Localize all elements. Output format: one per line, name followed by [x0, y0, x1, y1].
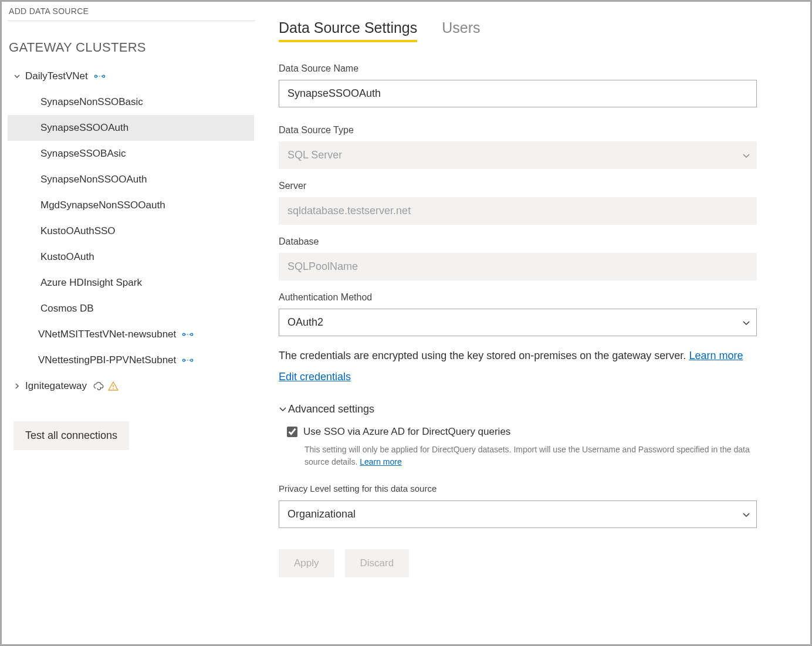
data-source-settings-panel: Data Source SettingsUsers Data Source Na…	[254, 2, 810, 644]
data-source-item[interactable]: Cosmos DB	[8, 296, 254, 322]
chevron-down-icon[interactable]	[743, 509, 750, 520]
data-source-label: SynapseSSOBAsic	[40, 148, 126, 160]
data-source-label: MgdSynapseNonSSOOauth	[40, 199, 165, 211]
database-input: SQLPoolName	[279, 253, 757, 280]
gateway-cluster-label: DailyTestVNet	[25, 70, 88, 82]
svg-point-3	[183, 333, 185, 336]
gateway-cluster-label: Ignitegateway	[25, 380, 87, 392]
chevron-down-icon	[279, 403, 287, 415]
data-source-label: SynapseSSOOAuth	[40, 122, 128, 134]
advanced-settings-toggle[interactable]: Advanced settings	[279, 403, 757, 415]
test-all-connections-button[interactable]: Test all connections	[13, 421, 129, 450]
sso-note-text: This setting will only be applied for Di…	[304, 444, 755, 468]
add-data-source-link[interactable]: ADD DATA SOURCE	[8, 5, 255, 21]
edit-credentials-link[interactable]: Edit credentials	[279, 371, 351, 383]
server-label: Server	[279, 181, 757, 191]
tab-users[interactable]: Users	[442, 19, 480, 42]
svg-point-0	[94, 75, 97, 77]
chevron-down-icon	[743, 150, 750, 161]
data-source-label: KustoOAuthSSO	[40, 225, 116, 237]
data-source-type-label: Data Source Type	[279, 125, 757, 136]
chevron-down-icon[interactable]	[11, 73, 23, 79]
data-source-item[interactable]: SynapseNonSSOOAuth	[8, 167, 254, 192]
server-input: sqldatabase.testserver.net	[279, 197, 757, 225]
gateway-sidebar: ADD DATA SOURCE GATEWAY CLUSTERS DailyTe…	[2, 2, 254, 644]
data-source-item[interactable]: MgdSynapseNonSSOOauth	[8, 192, 254, 218]
data-source-item[interactable]: SynapseNonSSOBasic	[8, 89, 254, 115]
svg-point-10	[113, 388, 114, 390]
data-source-name-input[interactable]	[279, 80, 757, 107]
svg-point-7	[191, 359, 193, 361]
chevron-down-icon[interactable]	[743, 317, 750, 328]
apply-button[interactable]: Apply	[279, 549, 334, 577]
data-source-label: Cosmos DB	[40, 303, 94, 314]
credentials-learn-more-link[interactable]: Learn more	[689, 350, 743, 361]
data-source-name-label: Data Source Name	[279, 63, 757, 74]
gateway-cluster-label: VNettestingPBI-PPVNetSubnet	[38, 354, 176, 366]
data-source-label: SynapseNonSSOBasic	[40, 96, 143, 108]
gateway-cluster-item[interactable]: VNettestingPBI-PPVNetSubnet	[8, 347, 254, 373]
network-icon	[94, 72, 106, 80]
sso-azuread-checkbox-row[interactable]: Use SSO via Azure AD for DirectQuery que…	[287, 426, 757, 438]
gateway-cluster-item[interactable]: DailyTestVNet	[8, 63, 254, 89]
tab-data-source-settings[interactable]: Data Source Settings	[279, 19, 417, 42]
auth-method-label: Authentication Method	[279, 292, 757, 303]
database-label: Database	[279, 236, 757, 247]
auth-method-select[interactable]: OAuth2	[279, 309, 757, 336]
warning-icon	[108, 381, 119, 391]
svg-point-6	[183, 359, 185, 361]
svg-point-1	[103, 75, 105, 77]
data-source-label: KustoOAuth	[40, 251, 94, 263]
sso-azuread-checkbox[interactable]	[287, 427, 297, 437]
sso-learn-more-link[interactable]: Learn more	[360, 457, 402, 466]
gateway-cluster-item[interactable]: Ignitegateway	[8, 373, 254, 399]
data-source-label: SynapseNonSSOOAuth	[40, 174, 147, 185]
data-source-item[interactable]: KustoOAuth	[8, 244, 254, 270]
privacy-level-select[interactable]: Organizational	[279, 500, 757, 528]
gateway-cluster-label: VNetMSITTestVNet-newsubnet	[38, 329, 176, 340]
svg-point-4	[191, 333, 193, 336]
data-source-item[interactable]: SynapseSSOBAsic	[8, 141, 254, 167]
network-icon	[182, 330, 194, 339]
discard-button[interactable]: Discard	[345, 549, 410, 577]
chevron-right-icon[interactable]	[11, 383, 23, 389]
data-source-label: Azure HDInsight Spark	[40, 277, 142, 289]
network-icon	[182, 356, 194, 364]
sso-azuread-label: Use SSO via Azure AD for DirectQuery que…	[303, 426, 510, 438]
gateway-cluster-item[interactable]: VNetMSITTestVNet-newsubnet	[8, 322, 254, 347]
data-source-item[interactable]: KustoOAuthSSO	[8, 218, 254, 244]
data-source-item[interactable]: SynapseSSOOAuth	[8, 115, 254, 141]
data-source-type-select: SQL Server	[279, 141, 757, 169]
gateway-clusters-title: GATEWAY CLUSTERS	[8, 40, 254, 55]
data-source-item[interactable]: Azure HDInsight Spark	[8, 270, 254, 296]
privacy-level-label: Privacy Level setting for this data sour…	[279, 483, 757, 493]
cloud-sync-icon	[93, 381, 104, 391]
credentials-info-text: The credentials are encrypted using the …	[279, 348, 757, 364]
